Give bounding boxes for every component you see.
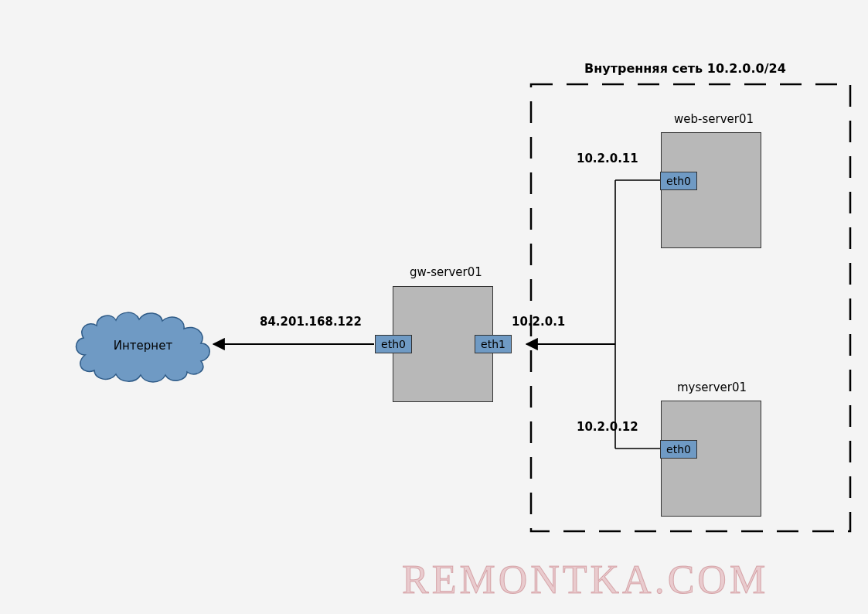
gateway-private-ip: 10.2.0.1 [512, 315, 565, 329]
myserver-ip: 10.2.0.12 [577, 420, 638, 434]
gateway-public-ip: 84.201.168.122 [260, 315, 362, 329]
myserver-box [661, 401, 761, 517]
gateway-eth1-iface: eth1 [475, 335, 512, 353]
webserver-name-label: web-server01 [674, 112, 754, 126]
network-title: Внутренняя сеть 10.2.0.0/24 [584, 61, 786, 76]
watermark-text: REMONTKA.COM [402, 557, 768, 602]
internet-label: Интернет [108, 339, 178, 353]
webserver-eth0-iface: eth0 [660, 172, 697, 190]
myserver-name-label: myserver01 [677, 380, 747, 394]
gateway-name-label: gw-server01 [410, 265, 482, 279]
webserver-box [661, 132, 761, 248]
diagram-canvas: Интернет gw-server01 eth0 84.201.168.122… [0, 0, 868, 614]
webserver-ip: 10.2.0.11 [577, 152, 638, 165]
gateway-eth0-iface: eth0 [375, 335, 412, 353]
myserver-eth0-iface: eth0 [660, 440, 697, 459]
